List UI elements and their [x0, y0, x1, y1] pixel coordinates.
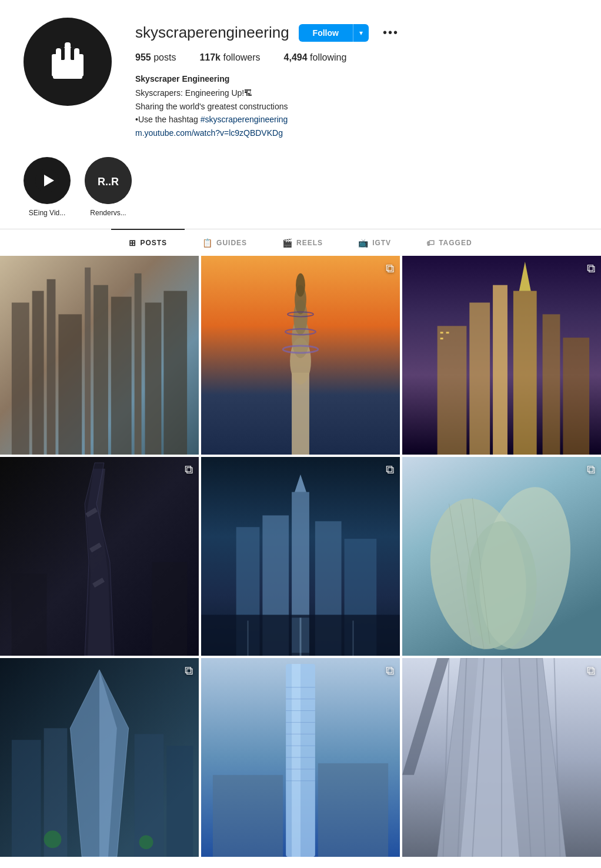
- multi-icon-2: ⧉: [386, 262, 394, 275]
- highlight-item-2[interactable]: R..R Rendervs...: [85, 157, 132, 217]
- igtv-tab-icon: 📺: [358, 238, 369, 248]
- tab-tagged[interactable]: 🏷 TAGGED: [409, 229, 489, 256]
- svg-rect-76: [166, 746, 193, 857]
- svg-rect-41: [563, 338, 589, 455]
- svg-point-77: [44, 830, 62, 848]
- svg-rect-19: [94, 285, 108, 455]
- svg-rect-23: [163, 291, 187, 455]
- avatar-logo: [41, 35, 94, 88]
- post-item-3[interactable]: ⧉: [402, 256, 601, 455]
- svg-rect-14: [12, 302, 29, 454]
- svg-point-78: [139, 835, 153, 849]
- bio-youtube-link[interactable]: m.youtube.com/watch?v=lc9zQBDVKDg: [135, 128, 283, 138]
- post-image-9: [402, 658, 601, 857]
- svg-rect-21: [135, 273, 142, 455]
- highlights-section: SEing Vid... R..R Rendervs...: [0, 151, 601, 229]
- highlight-label-2: Rendervs...: [90, 209, 126, 217]
- svg-rect-49: [12, 574, 47, 656]
- rr-icon: R..R: [85, 157, 132, 204]
- avatar[interactable]: [24, 18, 112, 106]
- post-item-2[interactable]: ⧉: [201, 256, 400, 455]
- guides-tab-label: GUIDES: [216, 239, 247, 247]
- svg-rect-8: [53, 65, 82, 79]
- tab-guides[interactable]: 📋 GUIDES: [185, 229, 265, 256]
- svg-rect-22: [145, 302, 162, 454]
- highlight-item-1[interactable]: SEing Vid...: [24, 157, 71, 217]
- svg-rect-4: [71, 47, 75, 60]
- highlight-circle-2: R..R: [85, 157, 132, 204]
- follow-button[interactable]: Follow: [299, 24, 353, 42]
- igtv-tab-label: IGTV: [372, 239, 391, 247]
- svg-text:R..R: R..R: [98, 176, 119, 188]
- reels-tab-label: REELS: [296, 239, 323, 247]
- svg-rect-42: [440, 332, 443, 333]
- tab-posts[interactable]: ⊞ POSTS: [111, 229, 185, 256]
- bio-line-2: Sharing the world's greatest constructio…: [135, 100, 577, 113]
- multi-icon-5: ⧉: [386, 463, 394, 476]
- bio-display-name: Skyscraper Engineering: [135, 72, 577, 85]
- svg-rect-73: [12, 740, 41, 857]
- post-item-8[interactable]: ⧉: [201, 658, 400, 857]
- tagged-tab-label: TAGGED: [439, 239, 472, 247]
- post-image-6: [402, 457, 601, 656]
- multi-icon-3: ⧉: [587, 262, 595, 275]
- highlight-label-1: SEing Vid...: [29, 209, 65, 217]
- posts-tab-label: POSTS: [140, 239, 167, 247]
- following-stat[interactable]: 4,494 following: [284, 52, 347, 63]
- reels-tab-icon: 🎬: [282, 238, 293, 248]
- more-options-button[interactable]: •••: [378, 24, 403, 42]
- svg-rect-5: [65, 42, 71, 63]
- post-item-7[interactable]: ⧉: [0, 658, 199, 857]
- posts-stat[interactable]: 955 posts: [135, 52, 176, 63]
- post-image-2: [201, 256, 400, 455]
- multi-icon-7: ⧉: [185, 664, 193, 677]
- multi-icon-4: ⧉: [185, 463, 193, 476]
- svg-rect-16: [47, 279, 56, 455]
- svg-rect-37: [493, 285, 507, 455]
- followers-stat[interactable]: 117k followers: [199, 52, 260, 63]
- profile-section: skyscraperengineering Follow ▾ ••• 955 p…: [0, 0, 601, 151]
- svg-rect-18: [85, 268, 91, 455]
- svg-rect-3: [61, 47, 65, 60]
- post-item-1[interactable]: [0, 256, 199, 455]
- post-image-1: [0, 256, 199, 455]
- svg-rect-15: [32, 291, 44, 455]
- tabs-section: ⊞ POSTS 📋 GUIDES 🎬 REELS 📺 IGTV 🏷 TAGGED: [0, 229, 601, 256]
- bio-line-3: •Use the hashtag #skyscraperengineering: [135, 113, 577, 126]
- svg-rect-6: [56, 48, 61, 66]
- svg-rect-36: [469, 302, 490, 454]
- svg-rect-25: [292, 373, 309, 455]
- username: skyscraperengineering: [135, 24, 289, 42]
- svg-rect-81: [292, 664, 300, 857]
- bio-section: Skyscraper Engineering Skyscrapers: Engi…: [135, 72, 577, 139]
- post-image-8: [201, 658, 400, 857]
- post-image-7: [0, 658, 199, 857]
- profile-top-row: skyscraperengineering Follow ▾ •••: [135, 24, 577, 42]
- multi-icon-9: ⧉: [587, 664, 595, 677]
- post-item-9[interactable]: ⧉: [402, 658, 601, 857]
- avatar-container: [24, 18, 112, 106]
- svg-rect-91: [213, 775, 283, 857]
- post-item-4[interactable]: ⧉: [0, 457, 199, 656]
- posts-grid: ⧉: [0, 256, 601, 857]
- chevron-down-icon: ▾: [359, 29, 363, 37]
- play-icon: [35, 169, 59, 192]
- svg-rect-17: [58, 314, 82, 455]
- tagged-tab-icon: 🏷: [426, 238, 435, 248]
- multi-icon-6: ⧉: [587, 463, 595, 476]
- tab-igtv[interactable]: 📺 IGTV: [340, 229, 409, 256]
- svg-rect-50: [152, 562, 187, 656]
- post-item-5[interactable]: ⧉: [201, 457, 400, 656]
- bio-line-1: Skyscrapers: Engineering Up!🏗: [135, 86, 577, 99]
- post-image-5: [201, 457, 400, 656]
- follow-dropdown-button[interactable]: ▾: [353, 24, 369, 42]
- highlight-circle-1: [24, 157, 71, 204]
- svg-rect-7: [74, 48, 79, 66]
- tab-reels[interactable]: 🎬 REELS: [265, 229, 340, 256]
- post-item-6[interactable]: ⧉: [402, 457, 601, 656]
- svg-rect-38: [513, 291, 537, 455]
- svg-rect-40: [543, 314, 560, 455]
- bio-hashtag-link[interactable]: #skyscraperengineering: [201, 115, 288, 124]
- post-image-3: [402, 256, 601, 455]
- guides-tab-icon: 📋: [202, 238, 213, 248]
